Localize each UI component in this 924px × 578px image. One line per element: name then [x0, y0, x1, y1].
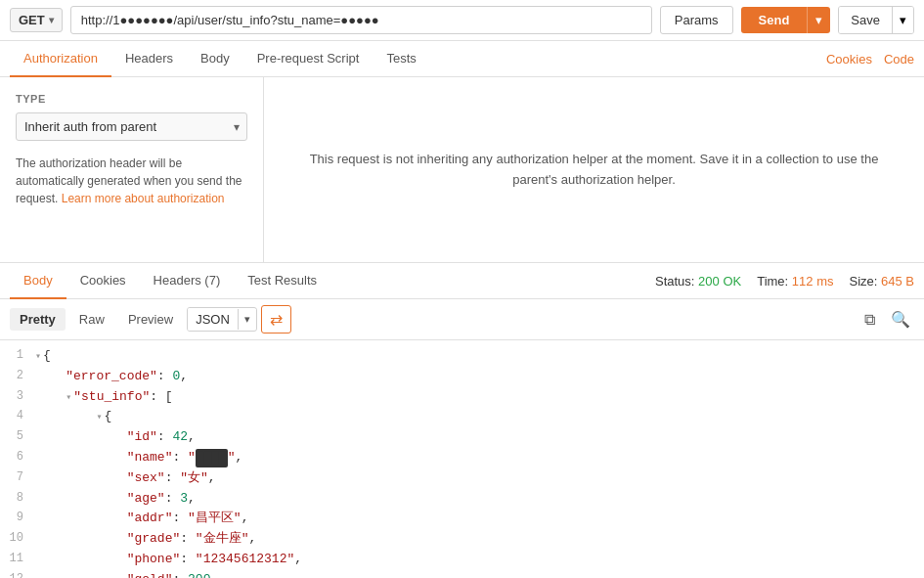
save-group: Save ▾	[838, 6, 914, 34]
json-line-9: 9 "addr": "昌平区",	[0, 509, 924, 529]
status-label: Status: 200 OK	[655, 274, 741, 289]
json-content: 1 ▾{ 2 "error_code": 0, 3 ▾"stu_info": […	[0, 340, 924, 578]
tab-body[interactable]: Body	[187, 41, 243, 77]
raw-button[interactable]: Raw	[69, 308, 114, 331]
top-right-links: Cookies Code	[826, 52, 914, 67]
status-code: 200 OK	[698, 274, 741, 289]
tab-tests[interactable]: Tests	[373, 41, 429, 77]
send-dropdown-button[interactable]: ▾	[807, 7, 830, 33]
code-link[interactable]: Code	[884, 52, 914, 67]
tab-response-cookies[interactable]: Cookies	[66, 263, 140, 299]
top-bar: GET ▾ Params Send ▾ Save ▾	[0, 0, 924, 41]
json-line-5: 5 "id": 42,	[0, 427, 924, 448]
time-value: 112 ms	[792, 274, 834, 289]
json-line-7: 7 "sex": "女",	[0, 468, 924, 489]
json-line-12: 12 "gold": 200	[0, 570, 924, 578]
pretty-button[interactable]: Pretty	[10, 308, 66, 331]
auth-type-select-wrapper: Inherit auth from parent No Auth Bearer …	[16, 112, 247, 141]
url-input[interactable]	[70, 6, 652, 34]
json-toolbar: Pretty Raw Preview JSON ▾ ⇄ ⧉ 🔍	[0, 299, 924, 340]
json-toolbar-right-icons: ⧉ 🔍	[860, 308, 914, 331]
json-line-3: 3 ▾"stu_info": [	[0, 387, 924, 408]
send-group: Send ▾	[741, 7, 831, 33]
time-label: Time: 112 ms	[757, 274, 833, 289]
json-line-2: 2 "error_code": 0,	[0, 367, 924, 387]
format-name: JSON	[188, 308, 238, 331]
json-line-11: 11 "phone": "12345612312",	[0, 550, 924, 570]
json-line-1: 1 ▾{	[0, 346, 924, 367]
tab-response-headers[interactable]: Headers (7)	[140, 263, 235, 299]
expand-icon-3: ▾	[66, 392, 71, 403]
size-label: Size: 645 B	[849, 274, 914, 289]
auth-panel: TYPE Inherit auth from parent No Auth Be…	[0, 77, 924, 263]
search-button[interactable]: 🔍	[887, 308, 914, 331]
status-info: Status: 200 OK Time: 112 ms Size: 645 B	[655, 274, 914, 289]
json-line-8: 8 "age": 3,	[0, 489, 924, 510]
learn-more-link[interactable]: Learn more about authorization	[62, 192, 225, 205]
auth-right-panel: This request is not inheriting any autho…	[264, 77, 924, 262]
tab-response-testresults[interactable]: Test Results	[234, 263, 330, 299]
preview-button[interactable]: Preview	[118, 308, 183, 331]
expand-icon-1: ▾	[35, 351, 41, 362]
tab-prerequest[interactable]: Pre-request Script	[243, 41, 374, 77]
save-button[interactable]: Save	[839, 7, 892, 33]
save-dropdown-button[interactable]: ▾	[892, 7, 913, 33]
tab-authorization[interactable]: Authorization	[10, 41, 111, 77]
size-value: 645 B	[881, 274, 914, 289]
send-button[interactable]: Send	[741, 7, 808, 33]
format-select-group: JSON ▾	[187, 307, 257, 332]
json-line-6: 6 "name": "████",	[0, 448, 924, 468]
top-tab-bar: Authorization Headers Body Pre-request S…	[0, 41, 924, 77]
cookies-link[interactable]: Cookies	[826, 52, 872, 67]
tab-headers[interactable]: Headers	[111, 41, 187, 77]
response-tab-bar: Body Cookies Headers (7) Test Results St…	[0, 263, 924, 299]
format-chevron-button[interactable]: ▾	[238, 309, 256, 330]
json-line-4: 4 ▾{	[0, 407, 924, 427]
method-label: GET	[19, 13, 45, 27]
method-selector[interactable]: GET ▾	[10, 8, 63, 32]
json-line-10: 10 "grade": "金牛座",	[0, 529, 924, 550]
wrap-button[interactable]: ⇄	[261, 305, 291, 333]
method-chevron-icon: ▾	[49, 15, 54, 25]
auth-type-select[interactable]: Inherit auth from parent No Auth Bearer …	[16, 112, 247, 141]
auth-description: The authorization header will be automat…	[16, 155, 247, 207]
auth-message: This request is not inheriting any autho…	[301, 150, 888, 191]
copy-button[interactable]: ⧉	[860, 308, 879, 331]
type-label: TYPE	[16, 93, 247, 105]
auth-left-panel: TYPE Inherit auth from parent No Auth Be…	[0, 77, 264, 262]
expand-icon-4: ▾	[96, 412, 102, 422]
tab-response-body[interactable]: Body	[10, 263, 66, 299]
params-button[interactable]: Params	[660, 6, 733, 34]
